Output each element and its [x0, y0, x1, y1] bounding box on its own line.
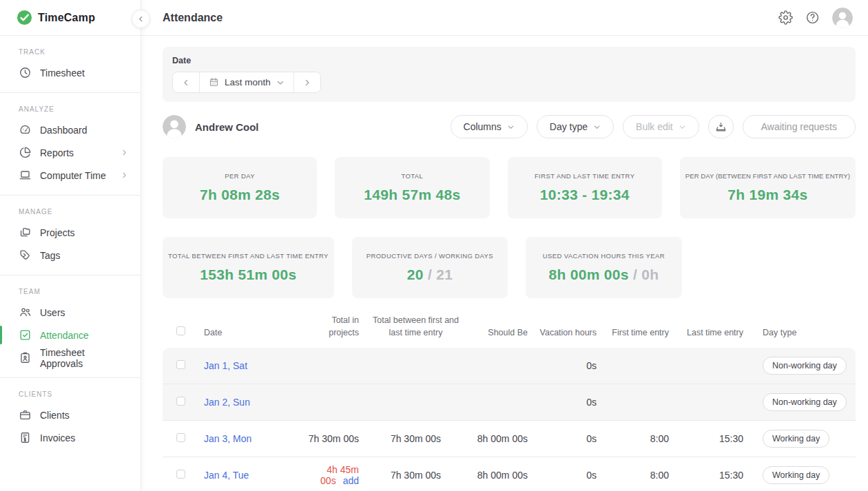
bulk-edit-dropdown[interactable]: Bulk edit: [623, 115, 699, 138]
sidebar-item-label: Timesheet: [40, 67, 128, 79]
total-in-projects-value: 7h 30m 00s: [287, 433, 359, 444]
day-type-dropdown[interactable]: Day type: [537, 115, 614, 138]
pie-chart-icon: [19, 146, 32, 159]
last-time-entry-value: 15:30: [669, 470, 743, 481]
vacation-hours-value: 0s: [528, 360, 597, 371]
sidebar-item-users[interactable]: Users: [0, 301, 141, 324]
sidebar-item-attendance[interactable]: Attendance: [0, 324, 141, 346]
day-type-badge[interactable]: Non-working day: [763, 357, 847, 375]
sidebar: TimeCamp TRACK Timesheet ANALYZE Dashboa…: [0, 0, 141, 491]
stats-row-2: TOTAL BETWEEN FIRST AND LAST TIME ENTRY …: [163, 237, 856, 298]
awaiting-requests-button[interactable]: Awaiting requests: [743, 115, 856, 138]
row-checkbox[interactable]: [176, 360, 185, 369]
stat-label: TOTAL: [402, 172, 424, 180]
stat-label: TOTAL BETWEEN FIRST AND LAST TIME ENTRY: [168, 252, 329, 260]
sidebar-item-timesheet[interactable]: Timesheet: [0, 61, 141, 84]
stat-card-first-last-entry: FIRST AND LAST TIME ENTRY 10:33 - 19:34: [508, 157, 662, 218]
columns-label: Columns: [464, 121, 502, 132]
chevron-right-icon: [303, 79, 311, 87]
chevron-left-icon: [137, 15, 145, 23]
awaiting-requests-label: Awaiting requests: [761, 121, 837, 132]
sidebar-item-projects[interactable]: Projects: [0, 221, 141, 244]
gear-icon: [778, 10, 793, 25]
clock-icon: [19, 66, 32, 79]
export-button[interactable]: [708, 115, 734, 138]
table-row: Jan 2, Sun 0s Non-working day: [163, 384, 856, 421]
day-type-badge[interactable]: Working day: [763, 466, 829, 484]
table-row: Jan 4, Tue 4h 45m 00sadd 7h 30m 00s 8h 0…: [163, 457, 856, 491]
settings-button[interactable]: [778, 10, 793, 25]
vacation-hours-value: 0s: [528, 397, 597, 408]
stats-row-1: PER DAY 7h 08m 28s TOTAL 149h 57m 48s FI…: [163, 157, 856, 218]
next-period-button[interactable]: [293, 72, 320, 92]
user-avatar[interactable]: [832, 8, 853, 28]
stat-value: 149h 57m 48s: [364, 187, 460, 203]
first-time-entry-value: 8:00: [597, 470, 669, 481]
col-header-vacation-hours: Vacation hours: [528, 326, 597, 339]
users-icon: [19, 306, 32, 319]
select-all-checkbox[interactable]: [176, 326, 185, 335]
stat-card-total: TOTAL 149h 57m 48s: [335, 157, 489, 218]
prev-period-button[interactable]: [173, 72, 199, 92]
section-label-manage: MANAGE: [0, 208, 141, 216]
stat-label: PER DAY (BETWEEN FIRST AND LAST TIME ENT…: [685, 172, 850, 180]
calendar-icon: [209, 77, 219, 87]
col-header-should-be: Should Be: [473, 326, 528, 339]
sidebar-item-invoices[interactable]: Invoices: [0, 426, 141, 449]
col-header-total-between: Total between first and last time entry: [359, 314, 473, 339]
help-button[interactable]: [805, 10, 820, 25]
employee-name: Andrew Cool: [195, 121, 451, 133]
clipboard-person-icon: [19, 351, 32, 364]
stat-label: FIRST AND LAST TIME ENTRY: [535, 172, 635, 180]
row-checkbox[interactable]: [176, 470, 185, 479]
sidebar-item-timesheet-approvals[interactable]: Timesheet Approvals: [0, 346, 141, 369]
chevron-down-icon: [276, 79, 285, 87]
vacation-hours-value: 0s: [528, 433, 597, 444]
date-link[interactable]: Jan 4, Tue: [204, 470, 249, 481]
bulk-edit-label: Bulk edit: [636, 121, 673, 132]
section-label-track: TRACK: [0, 48, 141, 56]
tag-icon: [19, 249, 32, 262]
sidebar-item-computer-time[interactable]: Computer Time: [0, 164, 141, 187]
page-title: Attendance: [163, 12, 778, 24]
row-checkbox[interactable]: [176, 433, 185, 442]
date-link[interactable]: Jan 3, Mon: [204, 433, 251, 444]
date-range-dropdown[interactable]: Last month: [199, 72, 293, 92]
stats-spacer: [700, 237, 856, 298]
table-row: Jan 3, Mon 7h 30m 00s 7h 30m 00s 8h 00m …: [163, 421, 856, 457]
day-type-badge[interactable]: Non-working day: [763, 393, 847, 411]
sidebar-item-label: Attendance: [40, 330, 128, 341]
stat-value: 153h 51m 00s: [200, 267, 296, 283]
timecamp-logo-icon: [17, 10, 32, 25]
sidebar-item-label: Tags: [40, 250, 128, 261]
chevron-right-icon: [121, 149, 128, 156]
stat-value: 20 / 21: [407, 267, 453, 283]
last-time-entry-value: 15:30: [669, 433, 743, 444]
total-between-value: 7h 30m 00s: [359, 433, 473, 444]
date-range-value: Last month: [225, 77, 271, 87]
sidebar-item-tags[interactable]: Tags: [0, 244, 141, 267]
sidebar-item-reports[interactable]: Reports: [0, 141, 141, 164]
user-toolbar-row: Andrew Cool Columns Day type Bulk edit: [163, 112, 856, 142]
sidebar-item-label: Dashboard: [40, 125, 128, 136]
columns-dropdown[interactable]: Columns: [451, 115, 528, 138]
chevron-down-icon: [507, 123, 515, 131]
chevron-right-icon: [121, 171, 128, 179]
dashboard-icon: [19, 123, 32, 136]
sidebar-item-clients[interactable]: Clients: [0, 404, 141, 426]
date-link[interactable]: Jan 1, Sat: [204, 360, 247, 371]
chevron-down-icon: [679, 123, 686, 131]
sidebar-item-dashboard[interactable]: Dashboard: [0, 118, 141, 141]
sidebar-collapse-button[interactable]: [132, 10, 150, 28]
briefcase-icon: [19, 408, 32, 421]
stat-card-per-day-between: PER DAY (BETWEEN FIRST AND LAST TIME ENT…: [680, 157, 856, 218]
stat-card-used-vacation: USED VACATION HOURS THIS YEAR 8h 00m 00s…: [526, 237, 681, 298]
date-link[interactable]: Jan 2, Sun: [204, 397, 250, 408]
day-type-badge[interactable]: Working day: [763, 430, 829, 448]
section-label-team: TEAM: [0, 288, 141, 295]
vacation-hours-value: 0s: [528, 470, 597, 481]
row-checkbox[interactable]: [176, 397, 185, 406]
table-row: Jan 1, Sat 0s Non-working day: [163, 348, 856, 384]
add-time-link[interactable]: add: [343, 475, 359, 486]
stat-value: 8h 00m 00s / 0h: [549, 267, 659, 283]
